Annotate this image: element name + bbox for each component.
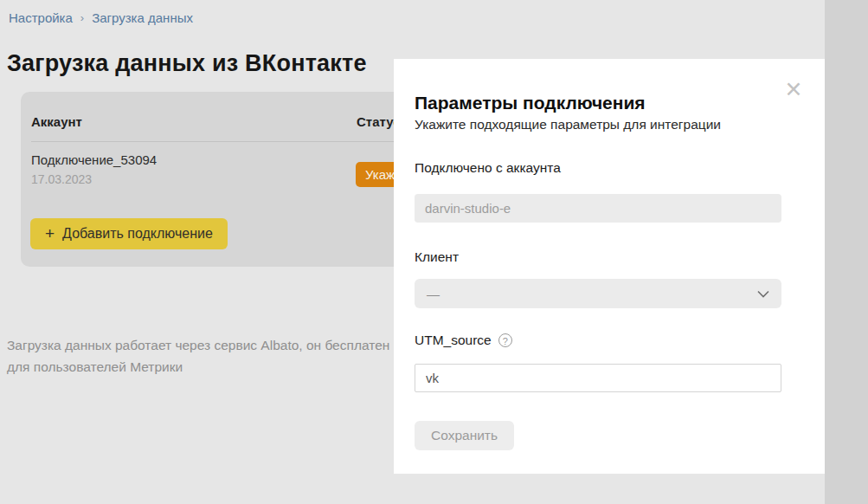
connected-account-label: Подключено с аккаунта (415, 160, 561, 176)
utm-source-field[interactable] (415, 364, 781, 392)
save-button[interactable]: Сохранить (415, 421, 514, 450)
breadcrumb-separator-icon: › (80, 11, 84, 24)
help-icon[interactable]: ? (498, 333, 512, 347)
connection-parameters-modal: Параметры подключения ✕ Укажите подходящ… (394, 59, 825, 474)
connected-account-field (415, 194, 781, 223)
column-header-account: Аккаунт (31, 114, 82, 129)
breadcrumb-link-settings[interactable]: Настройка (9, 10, 73, 25)
plus-icon: + (45, 225, 55, 242)
breadcrumb-link-data-upload[interactable]: Загрузка данных (92, 10, 193, 25)
client-select[interactable]: — (415, 279, 781, 308)
utm-source-label-row: UTM_source ? (415, 333, 512, 348)
close-icon[interactable]: ✕ (782, 78, 805, 100)
page-title: Загрузка данных из ВКонтакте (7, 50, 367, 77)
breadcrumb: Настройка › Загрузка данных (9, 10, 193, 25)
client-label: Клиент (415, 249, 459, 265)
client-select-value: — (427, 287, 440, 301)
add-connection-button[interactable]: + Добавить подключение (30, 218, 228, 249)
modal-title: Параметры подключения (415, 93, 646, 113)
connection-date: 17.03.2023 (31, 172, 92, 186)
utm-source-label: UTM_source (415, 333, 492, 348)
modal-subtitle: Укажите подходящие параметры для интегра… (415, 117, 721, 132)
connection-name: Подключение_53094 (31, 152, 157, 167)
add-connection-button-label: Добавить подключение (62, 226, 213, 242)
chevron-down-icon (757, 290, 769, 298)
